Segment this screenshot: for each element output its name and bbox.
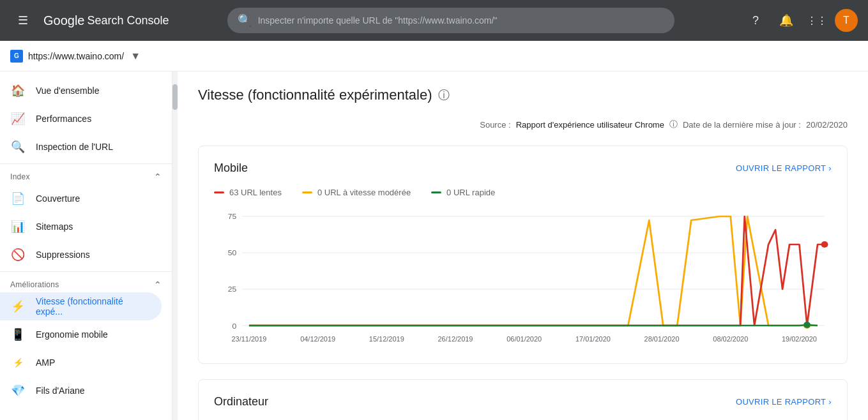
legend-slow-label: 63 URL lentes — [229, 188, 282, 197]
amp-icon: ⚡ — [10, 357, 26, 368]
sidebar-section-ameliorations: Améliorations ⌃ — [0, 274, 172, 292]
source-name: Rapport d'expérience utilisateur Chrome — [516, 120, 664, 130]
date-label: Date de la dernière mise à jour : — [683, 120, 801, 130]
menu-icon[interactable]: ☰ — [10, 8, 36, 33]
sidebar-item-inspection-url[interactable]: 🔍 Inspection de l'URL — [0, 133, 162, 161]
ordinateur-open-report-link[interactable]: OUVRIR LE RAPPORT › — [736, 397, 832, 407]
sidebar-section-index: Index ⌃ — [0, 167, 172, 184]
scroll-thumb[interactable] — [172, 84, 178, 110]
sidebar-item-label: Fils d'Ariane — [36, 386, 85, 396]
page-header: Vitesse (fonctionnalité expérimentale) ⓘ — [198, 87, 848, 103]
mobile-card-header: Mobile OUVRIR LE RAPPORT › — [214, 161, 832, 175]
page-title: Vitesse (fonctionnalité expérimentale) — [198, 87, 432, 103]
source-bar: Source : Rapport d'expérience utilisateu… — [198, 119, 848, 130]
svg-text:04/12/2019: 04/12/2019 — [300, 335, 335, 342]
svg-text:06/01/2020: 06/01/2020 — [506, 335, 542, 342]
mobile-legend: 63 URL lentes 0 URL à vitesse modérée 0 … — [214, 188, 832, 197]
sidebar-item-label: Ergonomie mobile — [36, 329, 108, 340]
sidebar-item-label: Vue d'ensemble — [36, 86, 99, 96]
sidebar-item-ergonomie[interactable]: 📱 Ergonomie mobile — [0, 320, 162, 349]
main-layout: 🏠 Vue d'ensemble 📈 Performances 🔍 Inspec… — [0, 71, 868, 420]
ordinateur-card-header: Ordinateur OUVRIR LE RAPPORT › — [214, 395, 832, 409]
sidebar-item-label: Sitemaps — [36, 221, 73, 232]
svg-text:25: 25 — [228, 285, 236, 292]
mobile-chart: 75 50 25 0 23/11/2019 04/12/2019 15/12/2… — [214, 207, 832, 348]
sidebar-item-vitesse[interactable]: ⚡ Vitesse (fonctionnalité expé... — [0, 292, 162, 320]
svg-text:19/02/2020: 19/02/2020 — [782, 335, 817, 342]
legend-moderate-label: 0 URL à vitesse modérée — [317, 188, 411, 197]
legend-moderate: 0 URL à vitesse modérée — [302, 188, 411, 197]
sidebar-item-label: Inspection de l'URL — [36, 142, 113, 152]
couverture-icon: 📄 — [10, 191, 26, 206]
legend-dot-slow — [214, 191, 224, 193]
svg-text:15/12/2019: 15/12/2019 — [369, 335, 404, 342]
legend-dot-moderate — [302, 191, 312, 193]
chevron-right-icon: › — [828, 163, 832, 173]
sidebar-divider-2 — [0, 271, 172, 272]
site-url: https://www.twaino.com/ — [28, 51, 124, 61]
vitesse-icon: ⚡ — [10, 299, 26, 313]
legend-fast-label: 0 URL rapide — [446, 188, 495, 197]
sidebar-item-label: Suppressions — [36, 250, 90, 260]
site-selector: G https://www.twaino.com/ ▼ — [0, 41, 868, 71]
collapse-icon-2[interactable]: ⌃ — [154, 280, 162, 290]
chevron-right-icon-2: › — [828, 397, 832, 407]
ergonomie-icon: 📱 — [10, 327, 26, 341]
sitemaps-icon: 📊 — [10, 220, 26, 234]
source-help-icon[interactable]: ⓘ — [669, 119, 678, 130]
svg-text:23/11/2019: 23/11/2019 — [231, 335, 266, 342]
google-text: Google — [43, 13, 85, 28]
legend-fast: 0 URL rapide — [431, 188, 495, 197]
sidebar-item-fils-ariane[interactable]: 💎 Fils d'Ariane — [0, 377, 162, 405]
search-bar[interactable]: 🔍 — [227, 8, 674, 33]
inspection-icon: 🔍 — [10, 140, 26, 154]
topbar: ☰ Google Search Console 🔍 ? 🔔 ⋮⋮ T — [0, 0, 868, 41]
site-favicon: G — [10, 50, 23, 63]
search-icon: 🔍 — [238, 13, 252, 27]
sidebar-item-suppressions[interactable]: 🚫 Suppressions — [0, 241, 162, 269]
search-input[interactable] — [258, 15, 664, 26]
fils-ariane-icon: 💎 — [10, 384, 26, 398]
topbar-right: ? 🔔 ⋮⋮ T — [743, 8, 858, 33]
sidebar-item-vue-ensemble[interactable]: 🏠 Vue d'ensemble — [0, 77, 162, 105]
app-logo: Google Search Console — [43, 13, 169, 28]
collapse-icon[interactable]: ⌃ — [154, 172, 162, 182]
mobile-chart-svg: 75 50 25 0 23/11/2019 04/12/2019 15/12/2… — [214, 207, 832, 348]
sidebar: 🏠 Vue d'ensemble 📈 Performances 🔍 Inspec… — [0, 71, 172, 420]
content-area: Vitesse (fonctionnalité expérimentale) ⓘ… — [178, 71, 868, 420]
svg-text:26/12/2019: 26/12/2019 — [438, 335, 473, 342]
help-circle-icon[interactable]: ⓘ — [438, 87, 450, 103]
sidebar-item-amp[interactable]: ⚡ AMP — [0, 349, 162, 377]
svg-point-19 — [803, 322, 811, 328]
svg-text:17/01/2020: 17/01/2020 — [575, 335, 611, 342]
sidebar-item-couverture[interactable]: 📄 Couverture — [0, 184, 162, 213]
sidebar-divider — [0, 163, 172, 164]
sidebar-item-sitemaps[interactable]: 📊 Sitemaps — [0, 213, 162, 241]
svg-text:0: 0 — [232, 322, 236, 329]
apps-icon[interactable]: ⋮⋮ — [804, 8, 830, 33]
sidebar-scrollbar[interactable] — [172, 71, 178, 420]
svg-text:50: 50 — [228, 249, 236, 256]
notifications-icon[interactable]: 🔔 — [773, 8, 799, 33]
sidebar-item-label: Vitesse (fonctionnalité expé... — [36, 296, 151, 317]
help-icon[interactable]: ? — [743, 8, 768, 33]
sidebar-item-label: Couverture — [36, 193, 80, 204]
avatar[interactable]: T — [835, 9, 858, 32]
home-icon: 🏠 — [10, 84, 26, 98]
ordinateur-card: Ordinateur OUVRIR LE RAPPORT › — [198, 379, 848, 420]
svg-point-17 — [821, 241, 828, 248]
date-value: 20/02/2020 — [806, 120, 848, 130]
legend-slow: 63 URL lentes — [214, 188, 282, 197]
ordinateur-card-title: Ordinateur — [214, 395, 268, 409]
legend-dot-fast — [431, 191, 441, 193]
sc-text: Search Console — [88, 14, 169, 27]
sidebar-item-label: Performances — [36, 114, 91, 124]
svg-text:28/01/2020: 28/01/2020 — [644, 335, 680, 342]
source-label: Source : — [480, 120, 510, 130]
svg-text:75: 75 — [228, 213, 236, 220]
sidebar-item-label: AMP — [36, 357, 55, 368]
chevron-down-icon[interactable]: ▼ — [130, 50, 141, 62]
sidebar-item-performances[interactable]: 📈 Performances — [0, 105, 162, 133]
mobile-open-report-link[interactable]: OUVRIR LE RAPPORT › — [736, 163, 832, 173]
mobile-card: Mobile OUVRIR LE RAPPORT › 63 URL lentes… — [198, 146, 848, 364]
